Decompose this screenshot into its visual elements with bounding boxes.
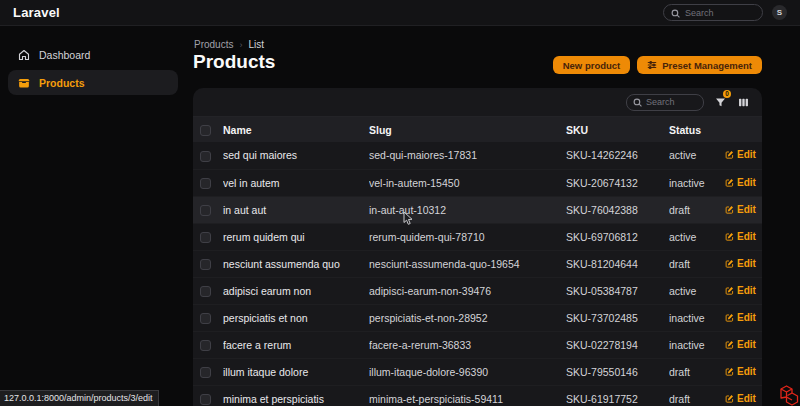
column-header-slug[interactable]: Slug [369,117,566,142]
edit-label: Edit [737,177,756,188]
breadcrumb-list: List [248,39,264,50]
cell-sku: SKU-81204644 [566,250,669,277]
app-logo: Laravel [13,5,60,20]
preset-management-button[interactable]: Preset Management [637,56,762,74]
cell-slug: facere-a-rerum-36833 [369,331,566,358]
products-table-card: 0 Name Slug SKU St [193,88,762,406]
table-row[interactable]: rerum quidem qui rerum-quidem-qui-78710 … [193,223,762,250]
table-row[interactable]: minima et perspiciatis minima-et-perspic… [193,385,762,406]
cell-slug: nesciunt-assumenda-quo-19654 [369,250,566,277]
table-row[interactable]: vel in autem vel-in-autem-15450 SKU-2067… [193,169,762,196]
row-checkbox[interactable] [200,286,211,297]
new-product-label: New product [563,60,621,71]
edit-button[interactable]: Edit [725,285,756,296]
edit-button[interactable]: Edit [725,312,756,323]
edit-button[interactable]: Edit [725,177,756,188]
toggle-columns-button[interactable] [736,95,750,109]
cell-sku: SKU-14262246 [566,142,669,169]
sidebar-item-products[interactable]: Products [8,70,178,95]
cell-sku: SKU-73702485 [566,304,669,331]
sidebar-item-dashboard[interactable]: Dashboard [8,42,178,67]
row-checkbox[interactable] [200,394,211,405]
edit-button[interactable]: Edit [725,366,756,377]
cell-name: sed qui maiores [223,142,369,169]
filter-button[interactable]: 0 [713,95,727,109]
breadcrumb-products[interactable]: Products [194,39,233,50]
edit-button[interactable]: Edit [725,339,756,350]
row-checkbox[interactable] [200,232,211,243]
cell-slug: in-aut-aut-10312 [369,196,566,223]
edit-label: Edit [737,258,756,269]
global-search[interactable] [663,4,763,21]
cell-slug: rerum-quidem-qui-78710 [369,223,566,250]
edit-label: Edit [737,393,756,404]
mouse-cursor [403,211,414,230]
home-icon [17,48,30,61]
row-checkbox[interactable] [200,151,211,162]
table-row[interactable]: illum itaque dolore illum-itaque-dolore-… [193,358,762,385]
table-row[interactable]: perspiciatis et non perspiciatis-et-non-… [193,304,762,331]
edit-label: Edit [737,366,756,377]
cell-status: inactive [669,304,725,331]
cell-slug: vel-in-autem-15450 [369,169,566,196]
row-checkbox[interactable] [200,340,211,351]
edit-button[interactable]: Edit [725,149,756,160]
row-checkbox[interactable] [200,367,211,378]
column-header-name[interactable]: Name [223,117,369,142]
sidebar-item-label: Dashboard [39,49,90,61]
laravel-logo-icon [779,384,800,406]
cell-name: perspiciatis et non [223,304,369,331]
edit-label: Edit [737,231,756,242]
cell-status: draft [669,196,725,223]
table-row[interactable]: in aut aut in-aut-aut-10312 SKU-76042388… [193,196,762,223]
status-url: 127.0.0.1:8000/admin/products/3/edit [4,393,153,403]
table-row[interactable]: adipisci earum non adipisci-earum-non-39… [193,277,762,304]
column-header-sku[interactable]: SKU [566,117,669,142]
row-checkbox[interactable] [200,313,211,324]
table-row[interactable]: facere a rerum facere-a-rerum-36833 SKU-… [193,331,762,358]
table-search-input[interactable] [646,97,697,107]
box-icon [17,76,30,89]
cell-slug: perspiciatis-et-non-28952 [369,304,566,331]
cell-status: draft [669,358,725,385]
edit-label: Edit [737,285,756,296]
main-content: Products › List Products New product Pre… [193,26,762,406]
sidebar-item-label: Products [39,77,85,89]
cell-status: draft [669,250,725,277]
cell-status: inactive [669,331,725,358]
cell-slug: sed-qui-maiores-17831 [369,142,566,169]
cell-sku: SKU-79550146 [566,358,669,385]
edit-button[interactable]: Edit [725,231,756,242]
edit-button[interactable]: Edit [725,204,756,215]
table-header-row: Name Slug SKU Status [193,117,762,142]
edit-label: Edit [737,312,756,323]
breadcrumb: Products › List [194,39,264,50]
search-icon [671,4,680,22]
new-product-button[interactable]: New product [553,56,631,74]
edit-label: Edit [737,339,756,350]
topbar: Laravel S [0,0,800,26]
global-search-input[interactable] [685,8,755,18]
select-all-checkbox[interactable] [200,125,211,136]
filter-count-badge: 0 [723,90,731,98]
cell-sku: SKU-05384787 [566,277,669,304]
row-checkbox[interactable] [200,178,211,189]
breadcrumb-separator: › [239,40,242,50]
products-table: Name Slug SKU Status sed qui maiores sed… [193,117,762,406]
table-row[interactable]: sed qui maiores sed-qui-maiores-17831 SK… [193,142,762,169]
cell-slug: illum-itaque-dolore-96390 [369,358,566,385]
row-checkbox[interactable] [200,205,211,216]
cell-status: active [669,277,725,304]
avatar[interactable]: S [772,5,787,20]
edit-button[interactable]: Edit [725,258,756,269]
cell-status: active [669,142,725,169]
edit-button[interactable]: Edit [725,393,756,404]
table-search[interactable] [626,94,704,111]
cell-sku: SKU-61917752 [566,385,669,406]
cell-sku: SKU-69706812 [566,223,669,250]
table-body: sed qui maiores sed-qui-maiores-17831 SK… [193,142,762,406]
table-row[interactable]: nesciunt assumenda quo nesciunt-assumend… [193,250,762,277]
row-checkbox[interactable] [200,259,211,270]
preset-management-label: Preset Management [662,60,752,71]
column-header-status[interactable]: Status [669,117,725,142]
